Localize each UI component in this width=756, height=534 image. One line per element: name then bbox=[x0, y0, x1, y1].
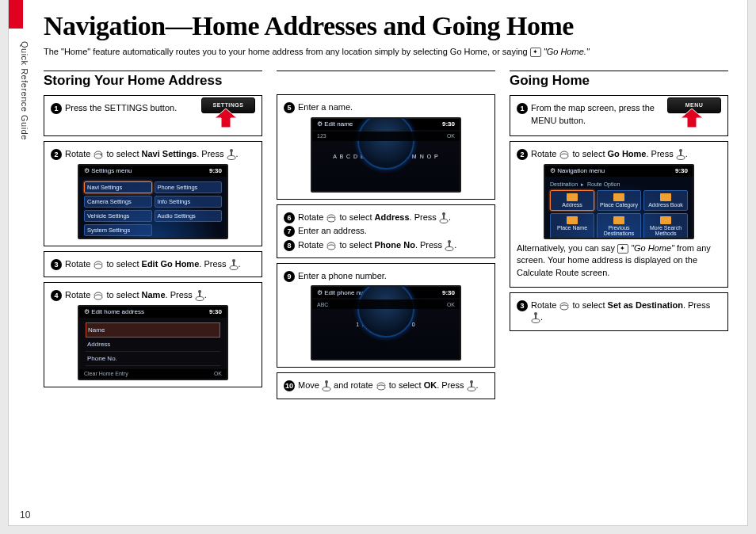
hw-menu-button: MENU bbox=[662, 97, 721, 128]
step-number-icon: 1 bbox=[517, 103, 528, 114]
menu-item: Phone Settings bbox=[155, 181, 223, 193]
intro-plain: The "Home" feature automatically routes … bbox=[44, 47, 530, 56]
nav-cell: Address bbox=[550, 190, 594, 211]
step-number-icon: 5 bbox=[284, 102, 295, 113]
hw-settings-button: SETTINGS bbox=[197, 97, 255, 128]
wheel-icon bbox=[357, 117, 414, 170]
nav-cell: Address Book bbox=[643, 190, 688, 211]
step-box-2: 2 Rotate to select Navi Settings. Press … bbox=[44, 141, 262, 246]
step-box-1: SETTINGS 1 Press the SETTINGS button. bbox=[44, 95, 262, 136]
step-7-text: Enter an address. bbox=[298, 225, 488, 237]
step-2-text: Rotate to select Navi Settings. Press . bbox=[65, 148, 255, 160]
rotate-knob-icon bbox=[93, 291, 104, 300]
gh-step-2-text: Rotate to select Go Home. Press . bbox=[531, 148, 721, 160]
step-3: 3 Rotate to select Edit Go Home. Press . bbox=[51, 258, 255, 270]
gh-step-box-3: 3 Rotate to select Set as Destination. P… bbox=[510, 292, 728, 331]
menu-item: Vehicle Settings bbox=[84, 210, 152, 222]
column-storing-cont: 5 Enter a name. ⚙ Edit name9:30 A B C D … bbox=[277, 71, 495, 403]
step-7: 7 Enter an address. bbox=[284, 225, 488, 237]
svg-point-30 bbox=[560, 154, 568, 158]
clock: 9:30 bbox=[675, 167, 688, 174]
step-10: 10 Move and rotate to select OK. Press . bbox=[284, 380, 488, 391]
intro-text: The "Home" feature automatically routes … bbox=[44, 46, 728, 58]
nav-cell: Previous Destinations bbox=[597, 213, 641, 239]
wheel-icon bbox=[357, 285, 414, 338]
press-stick-icon bbox=[676, 149, 685, 160]
svg-point-26 bbox=[468, 387, 475, 391]
step-9-text: Enter a phone number. bbox=[298, 270, 488, 282]
step-number-icon: 3 bbox=[51, 259, 62, 270]
rotate-knob-icon bbox=[559, 301, 570, 311]
press-stick-icon bbox=[445, 240, 454, 251]
clock: 9:30 bbox=[209, 308, 222, 315]
rotate-knob-icon bbox=[93, 260, 104, 269]
step-number-icon: 2 bbox=[51, 149, 62, 160]
press-stick-icon bbox=[227, 149, 236, 160]
screenshot-settings-menu: ⚙ Settings menu9:30 Navi Settings Phone … bbox=[78, 164, 228, 239]
step-10-text: Move and rotate to select OK. Press . bbox=[298, 380, 488, 391]
svg-point-10 bbox=[94, 295, 102, 299]
step-5-text: Enter a name. bbox=[298, 101, 488, 113]
step-5: 5 Enter a name. bbox=[284, 101, 488, 113]
step-number-icon: 8 bbox=[284, 240, 295, 251]
rotate-knob-icon bbox=[376, 381, 387, 391]
rotate-knob-icon bbox=[326, 213, 337, 223]
step-number-icon: 1 bbox=[51, 103, 62, 114]
press-stick-icon bbox=[439, 212, 449, 223]
svg-point-28 bbox=[470, 380, 473, 383]
step-box-6-8: 6 Rotate to select Address. Press . 7 En… bbox=[277, 204, 495, 258]
rotate-knob-icon bbox=[326, 241, 337, 250]
up-arrow-icon bbox=[215, 109, 237, 128]
gh-step-2: 2 Rotate to select Go Home. Press . bbox=[517, 148, 721, 160]
step-3-text: Rotate to select Edit Go Home. Press . bbox=[65, 258, 255, 270]
gh-alternative-text: Alternatively, you can say ✦ "Go Home" f… bbox=[517, 241, 721, 282]
screenshot-edit-name: ⚙ Edit name9:30 A B C D E F G H I J K L … bbox=[311, 117, 461, 193]
step-6-text: Rotate to select Address. Press . bbox=[298, 212, 488, 223]
svg-point-13 bbox=[198, 290, 201, 293]
step-number-icon: 2 bbox=[517, 149, 528, 160]
press-stick-icon bbox=[229, 259, 239, 270]
step-number-icon: 3 bbox=[517, 300, 528, 311]
svg-marker-0 bbox=[215, 109, 237, 128]
svg-point-11 bbox=[196, 297, 204, 301]
step-1-text: Press the SETTINGS button. bbox=[65, 102, 192, 114]
press-stick-icon bbox=[195, 290, 204, 301]
clock: 9:30 bbox=[209, 167, 222, 174]
menu-item: System Settings bbox=[84, 224, 152, 236]
step-box-9: 9 Enter a phone number. ⚙ Edit phone num… bbox=[277, 263, 495, 368]
footer-left: 123 bbox=[317, 133, 326, 139]
svg-point-18 bbox=[327, 245, 335, 250]
nav-tab: Route Option bbox=[587, 181, 620, 188]
step-4: 4 Rotate to select Name. Press . bbox=[51, 289, 255, 301]
step-number-icon: 4 bbox=[51, 290, 62, 301]
up-arrow-icon bbox=[681, 109, 703, 128]
svg-point-34 bbox=[560, 305, 568, 310]
list-row: Phone No. bbox=[86, 352, 220, 366]
menu-item: Camera Settings bbox=[84, 196, 152, 208]
svg-point-22 bbox=[323, 387, 330, 391]
step-4-text: Rotate to select Name. Press . bbox=[65, 289, 255, 301]
voice-icon: ✦ bbox=[617, 244, 628, 254]
step-number-icon: 10 bbox=[284, 380, 295, 391]
step-9: 9 Enter a phone number. bbox=[284, 270, 488, 282]
svg-point-21 bbox=[448, 240, 451, 243]
intro-quote: "Go Home." bbox=[544, 47, 590, 56]
press-stick-icon bbox=[531, 312, 540, 323]
svg-point-31 bbox=[677, 156, 685, 160]
menu-item: Info Settings bbox=[155, 196, 223, 208]
page: Quick Reference Guide 10 Navigation—Home… bbox=[8, 0, 748, 526]
list-row: Name bbox=[86, 322, 220, 338]
rotate-knob-icon bbox=[559, 150, 570, 159]
screen-title: ⚙ Edit name bbox=[317, 120, 353, 128]
svg-point-19 bbox=[445, 246, 453, 250]
list-row: Address bbox=[86, 338, 220, 352]
footer-right: OK bbox=[447, 133, 455, 139]
heading-storing: Storing Your Home Address bbox=[44, 73, 262, 89]
footer-left: Clear Home Entry bbox=[84, 371, 128, 376]
menu-item: Audio Settings bbox=[155, 210, 223, 222]
svg-point-25 bbox=[377, 385, 385, 390]
svg-point-14 bbox=[327, 217, 335, 222]
screenshot-navigation-menu: ⚙ Navigation menu9:30 Destination▸Route … bbox=[544, 164, 694, 239]
screen-title: ⚙ Edit home address bbox=[84, 308, 144, 315]
footer-left: ABC bbox=[317, 302, 328, 307]
